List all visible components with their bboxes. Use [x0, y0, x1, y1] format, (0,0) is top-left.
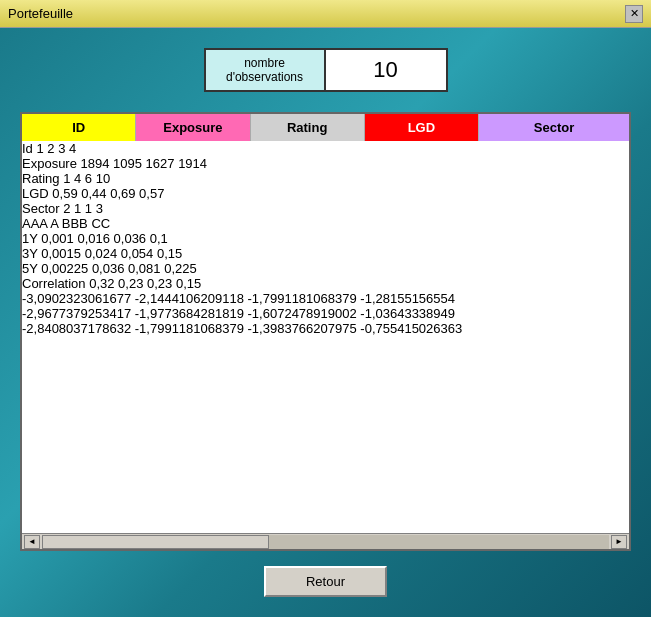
table-row: Rating 1 4 6 10	[22, 171, 629, 186]
table-row: Sector 2 1 1 3	[22, 201, 629, 216]
table-row: -2,8408037178632 -1,7991181068379 -1,398…	[22, 321, 629, 336]
column-header-sector: Sector	[479, 114, 629, 141]
column-header-rating: Rating	[251, 114, 365, 141]
column-header-lgd: LGD	[365, 114, 479, 141]
table-header: ID Exposure Rating LGD Sector	[22, 114, 629, 141]
horizontal-scrollbar[interactable]: ◄ ►	[22, 533, 629, 549]
table-row: LGD 0,59 0,44 0,69 0,57	[22, 186, 629, 201]
observations-label: nombre d'observations	[206, 50, 326, 90]
table-row: 3Y 0,0015 0,024 0,054 0,15	[22, 246, 629, 261]
table-row: AAA A BBB CC	[22, 216, 629, 231]
scroll-track[interactable]	[42, 535, 609, 549]
table-body-wrapper: Id 1 2 3 4 Exposure 1894 1095 1627 1914 …	[22, 141, 629, 533]
close-button[interactable]: ✕	[625, 5, 643, 23]
scroll-left-arrow[interactable]: ◄	[24, 535, 40, 549]
table-row: Exposure 1894 1095 1627 1914	[22, 156, 629, 171]
data-table: ID Exposure Rating LGD Sector Id 1 2 3 4…	[20, 112, 631, 551]
scroll-right-arrow[interactable]: ►	[611, 535, 627, 549]
observations-value: 10	[326, 50, 446, 90]
column-header-exposure: Exposure	[136, 114, 250, 141]
table-row: 1Y 0,001 0,016 0,036 0,1	[22, 231, 629, 246]
table-row: Id 1 2 3 4	[22, 141, 629, 156]
table-body[interactable]: Id 1 2 3 4 Exposure 1894 1095 1627 1914 …	[22, 141, 629, 533]
retour-button[interactable]: Retour	[264, 566, 387, 597]
observations-container: nombre d'observations 10	[204, 48, 448, 92]
table-row: -2,9677379253417 -1,9773684281819 -1,607…	[22, 306, 629, 321]
scroll-thumb[interactable]	[42, 535, 269, 549]
table-row: 5Y 0,00225 0,036 0,081 0,225	[22, 261, 629, 276]
window-title: Portefeuille	[8, 6, 73, 21]
table-row: Correlation 0,32 0,23 0,23 0,15	[22, 276, 629, 291]
footer: Retour	[264, 551, 387, 607]
window-content: nombre d'observations 10 ID Exposure Rat…	[0, 28, 651, 617]
table-row: -3,0902323061677 -2,1444106209118 -1,799…	[22, 291, 629, 306]
main-window: Portefeuille ✕ nombre d'observations 10 …	[0, 0, 651, 617]
title-bar: Portefeuille ✕	[0, 0, 651, 28]
column-header-id: ID	[22, 114, 136, 141]
